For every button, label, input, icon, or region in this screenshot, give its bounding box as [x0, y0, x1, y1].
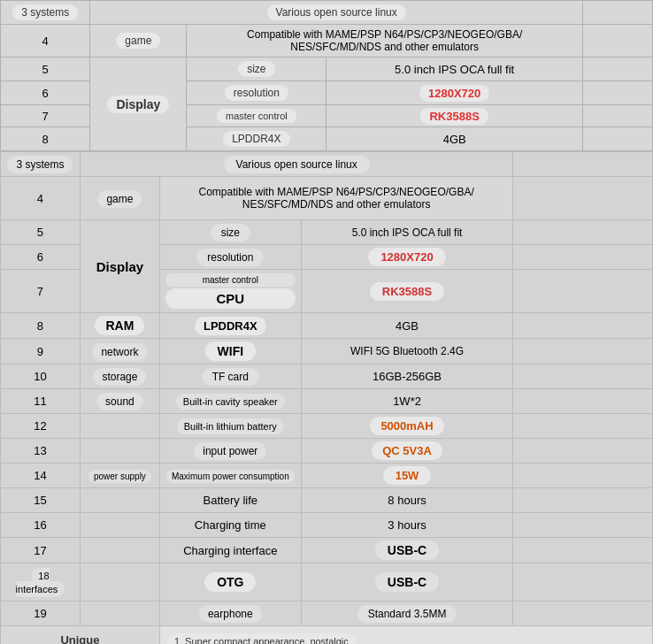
cat-cell: sound [80, 389, 159, 414]
extra-cell [513, 339, 653, 364]
val-badge: Various open source linux [224, 156, 370, 173]
extra-cell [513, 313, 653, 339]
num-cell: 10 [1, 364, 81, 389]
cat-cell [80, 602, 159, 626]
maxpower-val: 15W [383, 466, 432, 485]
row-extra [582, 127, 652, 151]
note-1: 1. Super compact appearance, nostalgic [167, 633, 356, 644]
num-cell: 12 [1, 414, 81, 439]
num-cell: 19 [1, 602, 81, 626]
earphone-badge: earphone [199, 605, 262, 623]
cat-cell [80, 439, 159, 464]
num-cell: 14 [1, 464, 81, 488]
val-cell: 5.0 inch IPS OCA full fit [301, 220, 513, 245]
row-val: 1280X720 [326, 81, 583, 105]
row-val: RK3588S [326, 105, 583, 127]
row-num: 3 systems [1, 1, 90, 25]
powersupply-badge: power supply [88, 470, 151, 483]
row-spec: LPDDR4X [187, 127, 326, 151]
spec-badge: resolution [196, 249, 264, 266]
row-18-otg: 18 interfaces OTG USB-C [1, 564, 653, 602]
cat-cell: game [80, 177, 159, 220]
cat-cell: storage [80, 364, 159, 389]
row-14-powersupply: 14 power supply Maximum power consumptio… [1, 464, 653, 488]
18interfaces-badge: 18 interfaces [16, 568, 65, 597]
spec-cell: master control CPU [159, 270, 301, 313]
row-num: 8 [1, 127, 90, 151]
row-spec: size [187, 58, 326, 81]
extra-cell [513, 439, 653, 464]
spec-cell: WIFI [159, 339, 301, 364]
battery-val: 5000mAH [370, 417, 443, 435]
num-cell: 6 [1, 245, 81, 270]
spec-cell: LPDDR4X [159, 313, 301, 339]
cat-cell [80, 538, 159, 564]
num-cell: 9 [1, 339, 81, 364]
row-num: 7 [1, 105, 90, 127]
row-val: 5.0 inch IPS OCA full fit [326, 58, 583, 81]
cat-display: Display [80, 220, 159, 313]
row-17-charginginterface: 17 Charging interface USB-C [1, 538, 653, 564]
inputpower-badge: input power [194, 442, 266, 460]
num-cell: 4 [1, 177, 81, 220]
row-spec: master control [187, 105, 326, 127]
table-row: 3 systems Various open source linux [1, 1, 653, 25]
val-cell: 4GB [301, 313, 513, 339]
cat-cell [80, 564, 159, 602]
cat-cell [80, 488, 159, 513]
table-row: 4 game Compatible with MAME/PSP N64/PS/C… [1, 25, 653, 58]
ram-cat: RAM [95, 316, 144, 335]
row-15-batterylife: 15 Battery life 8 hours [1, 488, 653, 513]
cat-badge: network [92, 343, 147, 361]
row-spec: Various open source linux [90, 1, 583, 25]
row-11-sound: 11 sound Built-in cavity speaker 1W*2 [1, 389, 653, 414]
val-cell: 1280X720 [301, 245, 513, 270]
spec-badge: TF card [202, 368, 259, 386]
row-3systems: 3 systems Various open source linux [1, 152, 653, 177]
table-row: 5 Display size 5.0 inch IPS OCA full fit [1, 58, 653, 81]
row-extra [582, 105, 652, 127]
val-cell: USB-C [301, 538, 513, 564]
row-spec: resolution [187, 81, 326, 105]
spec-cell: resolution [159, 245, 301, 270]
num-cell: 15 [1, 488, 81, 513]
val-cell: Various open source linux [80, 152, 512, 177]
extra-cell [513, 177, 653, 220]
num-cell: 3 systems [1, 152, 81, 177]
val-cell: 5000mAH [301, 414, 513, 439]
num-cell: 16 [1, 513, 81, 538]
val-cell: RK3588S [301, 270, 513, 313]
spec-cell: Charging interface [159, 538, 301, 564]
spec-cell: size [159, 220, 301, 245]
cpu-badge: CPU [165, 288, 296, 309]
row-13-inputpower: 13 input power QC 5V3A [1, 439, 653, 464]
num-cell: 17 [1, 538, 81, 564]
row-num: 4 [1, 25, 90, 58]
row-val: Compatible with MAME/PSP N64/PS/CP3/NEOG… [187, 25, 583, 58]
extra-cell [513, 488, 653, 513]
extra-cell [513, 245, 653, 270]
wifi-badge: WIFI [205, 341, 257, 361]
row-cat-display: Display [90, 58, 187, 151]
num-cell: 7 [1, 270, 81, 313]
app-container: 3 systems Various open source linux 4 ga… [0, 151, 653, 644]
row-4-game: 4 game Compatible with MAME/PSP N64/PS/C… [1, 177, 653, 220]
row-8-ram: 8 RAM LPDDR4X 4GB [1, 313, 653, 339]
val-cell: Standard 3.5MM [301, 602, 513, 626]
val-cell: 16GB-256GB [301, 364, 513, 389]
row-val: 4GB [326, 127, 583, 151]
extra-cell [513, 152, 653, 177]
row-cat: game [90, 25, 187, 58]
num-cell: 5 [1, 220, 81, 245]
cat-cell [80, 414, 159, 439]
num-cell: 18 interfaces [1, 564, 81, 602]
spec-cell: OTG [159, 564, 301, 602]
row-5-size: 5 Display size 5.0 inch IPS OCA full fit [1, 220, 653, 245]
inputpower-val: QC 5V3A [372, 441, 442, 460]
spec-badge: size [211, 224, 250, 242]
spec-cell: input power [159, 439, 301, 464]
spec-cell: Battery life [159, 488, 301, 513]
earphone-val: Standard 3.5MM [357, 605, 457, 623]
row-extra [582, 81, 652, 105]
val-cell: 15W [301, 464, 513, 488]
